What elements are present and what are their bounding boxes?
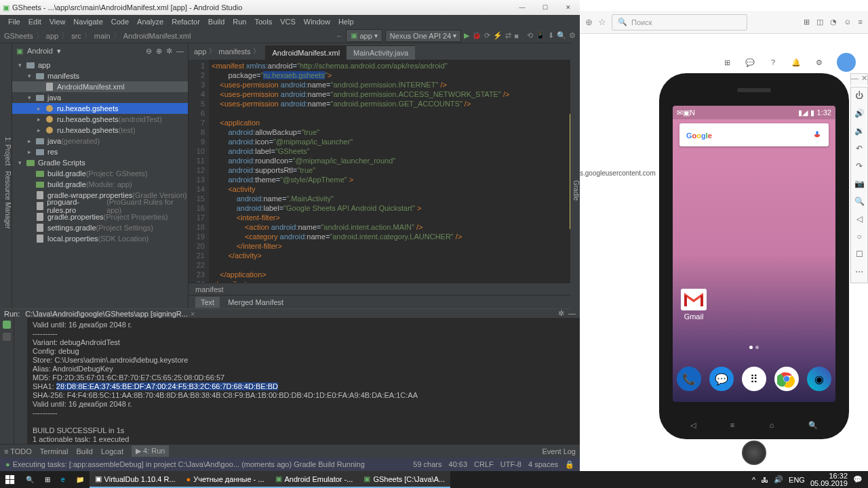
history-icon[interactable]: ◔: [830, 18, 837, 26]
tree-node[interactable]: ▸res: [12, 146, 188, 157]
recents-icon[interactable]: ≡: [730, 421, 734, 430]
mic-icon[interactable]: [812, 130, 822, 140]
attach-icon[interactable]: ⇄: [505, 31, 511, 40]
search-icon[interactable]: 🔍: [557, 31, 566, 40]
home-button[interactable]: [742, 441, 766, 465]
menu-help[interactable]: Help: [334, 18, 358, 26]
lock-icon[interactable]: 🔒: [565, 460, 574, 469]
tree-node[interactable]: ▾manifests: [12, 70, 188, 81]
menu-analyze[interactable]: Analyze: [133, 18, 167, 26]
code-editor[interactable]: 123456789101112131415161718192021222324 …: [189, 60, 580, 283]
tray-vol-icon[interactable]: 🔊: [774, 475, 783, 484]
tray-date[interactable]: 05.09.2019: [810, 480, 848, 487]
left-tool-gutter[interactable]: 1: Project Resource Manager: [0, 43, 12, 308]
tray-lang[interactable]: ENG: [789, 476, 805, 484]
close-tab-icon[interactable]: ×: [191, 310, 195, 318]
event-log[interactable]: Event Log: [542, 447, 576, 455]
back-nav-icon[interactable]: ◁: [854, 214, 865, 224]
more-icon[interactable]: ⋯: [854, 266, 865, 277]
phone-app-icon[interactable]: 📞: [677, 367, 701, 391]
ext-icon[interactable]: ⊞: [804, 18, 810, 26]
taskbar-app-firefox[interactable]: ●Учетные данные - ...: [181, 471, 270, 488]
project-view-label[interactable]: Android: [27, 47, 53, 55]
status-encoding[interactable]: UTF-8: [500, 460, 521, 469]
settings-icon[interactable]: ⚙: [814, 57, 825, 68]
tree-node[interactable]: AndroidManifest.xml: [12, 81, 188, 92]
collapse-icon[interactable]: ⊖: [146, 47, 152, 56]
tray-net-icon[interactable]: 🖧: [761, 476, 768, 484]
editor-tab-main[interactable]: MainActivity.java: [347, 45, 415, 60]
debug-icon[interactable]: 🐞: [472, 31, 481, 40]
tool-terminal[interactable]: Terminal: [40, 447, 68, 455]
menu-window[interactable]: Window: [300, 18, 334, 26]
volup-icon[interactable]: 🔊: [854, 108, 865, 119]
search-button[interactable]: 🔍: [20, 471, 39, 488]
tool-todo[interactable]: ≡ TODO: [4, 447, 32, 455]
taskbar-app-virtualdub[interactable]: ▣VirtualDub 1.10.4 R...: [90, 471, 181, 488]
hide-icon[interactable]: —: [176, 47, 184, 56]
tool-logcat[interactable]: Logcat: [101, 447, 123, 455]
close-button[interactable]: ✕: [559, 2, 577, 13]
menu-code[interactable]: Code: [107, 18, 133, 26]
stop-icon[interactable]: ■: [514, 32, 519, 40]
star-icon[interactable]: ☆: [598, 17, 606, 27]
browser-search[interactable]: 🔍 Поиск: [612, 14, 747, 30]
editor-tab-manifest[interactable]: AndroidManifest.xml: [265, 45, 347, 60]
menu-vcs[interactable]: VCS: [276, 18, 300, 26]
settings-icon[interactable]: ⚙: [569, 31, 576, 40]
messages-app-icon[interactable]: 💬: [709, 367, 734, 391]
tab-merged[interactable]: Merged Manifest: [228, 298, 283, 306]
power-icon[interactable]: ⏻: [854, 90, 865, 101]
rotate-right-icon[interactable]: ↷: [854, 161, 865, 171]
rerun-icon[interactable]: [3, 321, 11, 329]
start-button[interactable]: [0, 471, 20, 488]
menu-run[interactable]: Run: [229, 18, 250, 26]
gmail-app[interactable]: Gmail: [681, 289, 707, 321]
run-icon[interactable]: ▶: [464, 31, 469, 40]
crumb[interactable]: app: [46, 32, 58, 40]
explorer-icon[interactable]: 📁: [71, 471, 90, 488]
tabs-icon[interactable]: ◫: [816, 18, 823, 26]
crumb[interactable]: main: [94, 32, 111, 40]
tree-node[interactable]: ▾app: [12, 60, 188, 70]
tree-node[interactable]: ▸java (generated): [12, 136, 188, 146]
home-icon[interactable]: ⌂: [769, 421, 774, 430]
tree-node[interactable]: ▾Gradle Scripts: [12, 157, 188, 168]
taskbar-app-studio[interactable]: ▣GSheets [C:\Java\A...: [358, 471, 450, 488]
tree-node[interactable]: gradle.properties (Project Properties): [12, 211, 188, 222]
sync-icon[interactable]: ⟲: [527, 31, 533, 40]
tray-notif-icon[interactable]: 💬: [853, 475, 863, 484]
right-tool-gutter[interactable]: Gradle: [570, 42, 580, 312]
console-settings-icon[interactable]: ✲: [558, 309, 564, 318]
stop-icon[interactable]: [3, 333, 11, 341]
status-indent[interactable]: 4 spaces: [528, 460, 558, 469]
menu-refactor[interactable]: Refactor: [167, 18, 204, 26]
crumb[interactable]: src: [71, 32, 81, 40]
avatar[interactable]: [837, 53, 856, 72]
menu-tools[interactable]: Tools: [250, 18, 276, 26]
sdk-icon[interactable]: ⬇: [548, 31, 554, 40]
tree-node[interactable]: ▸ru.hexaeb.gsheets (test): [12, 125, 188, 136]
chrome-app-icon[interactable]: [774, 367, 799, 391]
minimize-button[interactable]: —: [513, 2, 531, 13]
tree-node[interactable]: ▾java: [12, 92, 188, 103]
project-tree[interactable]: ▾app▾manifestsAndroidManifest.xml▾java▸r…: [12, 58, 188, 308]
search-icon[interactable]: 🔍: [808, 421, 818, 430]
tree-node[interactable]: local.properties (SDK Location): [12, 233, 188, 244]
edge-icon[interactable]: e: [56, 471, 71, 488]
gear-icon[interactable]: ✲: [166, 47, 172, 56]
menu-file[interactable]: File: [4, 18, 24, 26]
menu-build[interactable]: Build: [204, 18, 229, 26]
tab-text[interactable]: Text: [195, 297, 220, 308]
menu-navigate[interactable]: Navigate: [69, 18, 106, 26]
menu-view[interactable]: View: [45, 18, 70, 26]
chat-icon[interactable]: 💬: [745, 57, 755, 68]
console-output[interactable]: Valid until: 16 декабря 2048 г. --------…: [27, 318, 580, 455]
menu-icon[interactable]: ≡: [859, 18, 863, 26]
help-icon[interactable]: ?: [768, 57, 778, 68]
apps-drawer-icon[interactable]: ⠿: [742, 367, 766, 391]
taskbar-app-emulator[interactable]: ▣Android Emulator -...: [270, 471, 359, 488]
apps-icon[interactable]: ⊞: [722, 57, 732, 68]
tree-node[interactable]: ▸ru.hexaeb.gsheets (androidTest): [12, 114, 188, 125]
bookmark-icon[interactable]: ⊕: [585, 17, 593, 27]
